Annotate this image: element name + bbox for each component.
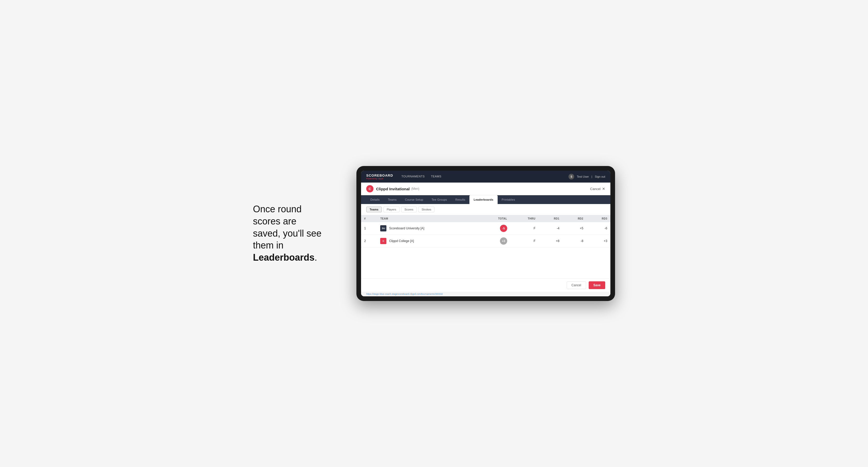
left-description: Once round scores are saved, you'll see … bbox=[253, 203, 336, 264]
table-header-row: # Team Total Thru RD1 RD2 RD3 bbox=[361, 215, 610, 222]
user-name: Test User bbox=[577, 175, 589, 178]
page-wrapper: Once round scores are saved, you'll see … bbox=[253, 166, 615, 301]
sign-out-link[interactable]: Sign out bbox=[595, 175, 605, 178]
cancel-header-label: Cancel bbox=[590, 187, 600, 191]
thru-cell: F bbox=[510, 222, 538, 235]
rd2-cell: +5 bbox=[562, 222, 587, 235]
tournament-subtitle: (Men) bbox=[411, 187, 419, 191]
tab-tee-groups[interactable]: Tee Groups bbox=[428, 195, 451, 204]
col-total: Total bbox=[479, 215, 510, 222]
tournament-header: C Clippd Invitational (Men) Cancel ✕ bbox=[361, 183, 610, 195]
close-icon: ✕ bbox=[602, 187, 605, 191]
tab-details[interactable]: Details bbox=[366, 195, 384, 204]
col-rd2: RD2 bbox=[562, 215, 587, 222]
team-logo: C bbox=[380, 238, 386, 244]
filter-players[interactable]: Players bbox=[383, 207, 400, 212]
desc-line1: Once round bbox=[253, 204, 302, 214]
leaderboard-table: # Team Total Thru RD1 RD2 RD3 1 bbox=[361, 215, 610, 247]
logo-area: SCOREBOARD Powered by clippd bbox=[366, 174, 393, 180]
rd2-cell: -8 bbox=[562, 235, 587, 247]
col-rd3: RD3 bbox=[586, 215, 610, 222]
desc-period: . bbox=[314, 252, 317, 263]
filter-strokes[interactable]: Strokes bbox=[418, 207, 435, 212]
cancel-header-button[interactable]: Cancel ✕ bbox=[590, 187, 605, 191]
col-thru: Thru bbox=[510, 215, 538, 222]
desc-line2: scores are bbox=[253, 216, 297, 226]
rd3-cell: -6 bbox=[586, 222, 610, 235]
desc-line3: saved, you'll see bbox=[253, 228, 321, 239]
team-cell: C Clippd College [A] bbox=[377, 235, 479, 247]
rd3-cell: +3 bbox=[586, 235, 610, 247]
filter-bar: Teams Players Scores Strokes bbox=[361, 204, 610, 215]
team-name: Clippd College [A] bbox=[389, 239, 414, 243]
nav-right: S Test User | Sign out bbox=[568, 174, 605, 180]
nav-tournaments[interactable]: Tournaments bbox=[401, 175, 425, 179]
tab-results[interactable]: Results bbox=[451, 195, 469, 204]
score-badge: -5 bbox=[500, 225, 507, 232]
col-rank: # bbox=[361, 215, 377, 222]
team-name: Scoreboard University [A] bbox=[389, 226, 424, 230]
empty-space bbox=[361, 247, 610, 279]
col-team: Team bbox=[377, 215, 479, 222]
rd1-cell: +8 bbox=[538, 235, 562, 247]
table-row: 2 C Clippd College [A] +3 F bbox=[361, 235, 610, 247]
tablet-device: SCOREBOARD Powered by clippd Tournaments… bbox=[356, 166, 615, 301]
score-badge: +3 bbox=[500, 238, 507, 245]
total-cell: +3 bbox=[479, 235, 510, 247]
rank-cell: 2 bbox=[361, 235, 377, 247]
desc-line4: them in bbox=[253, 240, 283, 251]
table-row: 1 SU Scoreboard University [A] -5 F bbox=[361, 222, 610, 235]
tab-teams[interactable]: Teams bbox=[384, 195, 401, 204]
tournament-icon: C bbox=[366, 185, 373, 192]
tablet-screen: SCOREBOARD Powered by clippd Tournaments… bbox=[361, 171, 610, 296]
top-nav: SCOREBOARD Powered by clippd Tournaments… bbox=[361, 171, 610, 183]
thru-cell: F bbox=[510, 235, 538, 247]
filter-scores[interactable]: Scores bbox=[401, 207, 417, 212]
logo-subtitle: Powered by clippd bbox=[366, 177, 393, 180]
sub-nav: Details Teams Course Setup Tee Groups Re… bbox=[361, 195, 610, 204]
nav-teams[interactable]: Teams bbox=[431, 175, 441, 179]
logo-text: SCOREBOARD bbox=[366, 174, 393, 177]
tab-course-setup[interactable]: Course Setup bbox=[401, 195, 428, 204]
save-button[interactable]: Save bbox=[589, 281, 605, 289]
desc-line5-bold: Leaderboards bbox=[253, 252, 314, 263]
filter-teams[interactable]: Teams bbox=[366, 207, 382, 212]
tab-leaderboards[interactable]: Leaderboards bbox=[469, 195, 497, 204]
rd1-cell: -4 bbox=[538, 222, 562, 235]
team-logo: SU bbox=[380, 225, 386, 231]
tournament-title: Clippd Invitational bbox=[376, 187, 410, 191]
tab-printables[interactable]: Printables bbox=[498, 195, 519, 204]
total-cell: -5 bbox=[479, 222, 510, 235]
url-display: https://stage-blue-coach.stagescoreboard… bbox=[366, 293, 443, 295]
user-avatar: S bbox=[568, 174, 574, 180]
status-bar: https://stage-blue-coach.stagescoreboard… bbox=[361, 292, 610, 296]
rank-cell: 1 bbox=[361, 222, 377, 235]
team-cell: SU Scoreboard University [A] bbox=[377, 222, 479, 235]
nav-separator: | bbox=[591, 175, 592, 178]
leaderboard-table-wrapper: # Team Total Thru RD1 RD2 RD3 1 bbox=[361, 215, 610, 247]
cancel-button[interactable]: Cancel bbox=[567, 281, 586, 289]
bottom-bar: Cancel Save bbox=[361, 279, 610, 292]
col-rd1: RD1 bbox=[538, 215, 562, 222]
